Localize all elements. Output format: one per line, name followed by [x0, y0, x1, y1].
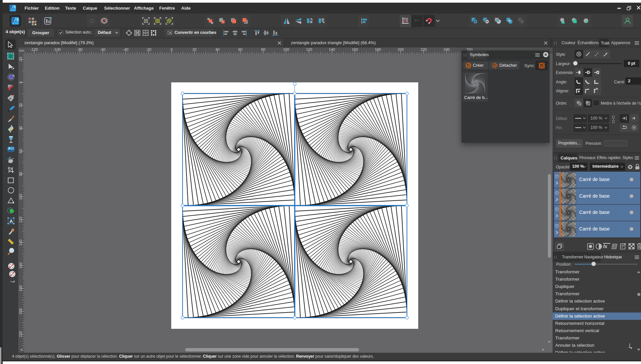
svg-text:60: 60 [19, 149, 23, 153]
svg-text:-60: -60 [100, 47, 105, 51]
svg-text:-20: -20 [146, 47, 151, 51]
svg-text:-80: -80 [77, 47, 82, 51]
svg-text:220: 220 [19, 331, 23, 337]
svg-text:160: 160 [352, 47, 358, 51]
svg-text:220: 220 [421, 47, 427, 51]
svg-text:0: 0 [171, 47, 173, 51]
svg-text:60: 60 [238, 47, 242, 51]
svg-text:40: 40 [19, 126, 23, 130]
svg-text:20: 20 [19, 103, 23, 107]
svg-text:200: 200 [19, 308, 23, 314]
svg-text:-120: -120 [30, 47, 38, 51]
svg-text:100: 100 [19, 194, 23, 200]
svg-text:80: 80 [19, 172, 23, 176]
svg-text:160: 160 [19, 262, 23, 268]
svg-text:140: 140 [329, 47, 335, 51]
svg-text:200: 200 [398, 47, 404, 51]
svg-text:240: 240 [444, 47, 449, 51]
svg-text:-100: -100 [53, 47, 61, 51]
svg-text:0: 0 [19, 81, 23, 83]
svg-text:120: 120 [306, 47, 312, 51]
svg-text:100: 100 [283, 47, 289, 51]
svg-text:-40: -40 [123, 47, 128, 51]
svg-text:80: 80 [261, 47, 265, 51]
svg-text:140: 140 [19, 239, 23, 245]
svg-text:-20: -20 [19, 57, 23, 62]
svg-text:40: 40 [215, 47, 219, 51]
svg-text:A: A [10, 219, 13, 224]
svg-text:180: 180 [375, 47, 381, 51]
svg-text:180: 180 [19, 285, 23, 291]
svg-text:120: 120 [19, 217, 23, 223]
svg-text:20: 20 [192, 47, 196, 51]
